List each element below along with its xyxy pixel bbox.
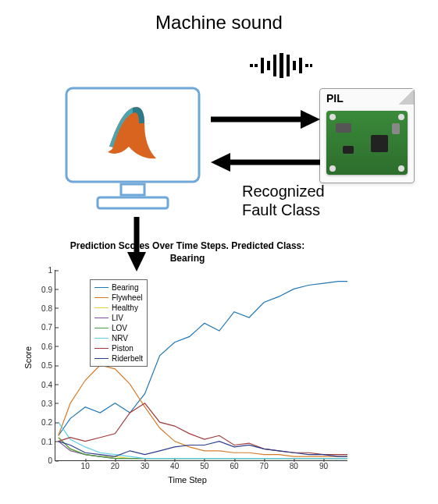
pcb-icon xyxy=(326,111,408,175)
legend-item: Flywheel xyxy=(94,293,143,303)
headline: Machine sound xyxy=(8,12,430,34)
y-tick: 0.3 xyxy=(41,399,55,407)
legend-swatch xyxy=(94,338,109,339)
svg-rect-10 xyxy=(310,64,312,67)
fault-line1: Recognized xyxy=(242,183,325,200)
legend-label: Bearing xyxy=(112,282,138,293)
svg-marker-17 xyxy=(211,153,230,172)
y-axis-label: Score xyxy=(23,346,33,369)
svg-rect-5 xyxy=(280,53,283,78)
prediction-chart: Prediction Scores Over Time Steps. Predi… xyxy=(23,240,351,484)
arrow-left-icon xyxy=(211,151,320,177)
y-tick: 0.1 xyxy=(41,437,55,445)
legend-swatch xyxy=(94,297,109,298)
svg-rect-3 xyxy=(267,61,270,70)
legend-item: Bearing xyxy=(94,282,143,293)
legend-swatch xyxy=(94,348,109,349)
pil-file-icon: PIL xyxy=(319,88,415,183)
svg-rect-12 xyxy=(121,184,144,195)
series-flywheel xyxy=(59,365,347,456)
y-tick: 1 xyxy=(48,266,55,275)
legend-item: LIV xyxy=(94,313,143,323)
x-tick: 30 xyxy=(141,460,149,470)
svg-rect-2 xyxy=(261,58,264,73)
plot-area: BearingFlywheelHealthyLIVLOVNRVPistonRid… xyxy=(55,270,347,461)
chart-legend: BearingFlywheelHealthyLIVLOVNRVPistonRid… xyxy=(90,279,148,367)
pil-label: PIL xyxy=(326,92,344,105)
svg-marker-15 xyxy=(301,110,320,129)
svg-rect-13 xyxy=(98,197,168,208)
legend-item: Riderbelt xyxy=(94,353,143,364)
series-liv xyxy=(59,442,347,459)
fault-class-label: Recognized Fault Class xyxy=(242,182,325,219)
legend-swatch xyxy=(94,358,109,359)
legend-label: Piston xyxy=(112,343,134,353)
series-piston xyxy=(59,403,347,455)
legend-item: Healthy xyxy=(94,303,143,313)
y-tick: 0.9 xyxy=(41,285,55,293)
x-tick: 80 xyxy=(290,460,298,470)
series-riderbelt xyxy=(59,442,347,457)
y-tick: 0.8 xyxy=(41,303,55,312)
svg-rect-8 xyxy=(299,58,302,73)
legend-label: Flywheel xyxy=(112,293,142,303)
x-tick: 60 xyxy=(230,460,238,470)
x-tick: 90 xyxy=(319,460,328,470)
legend-label: LIV xyxy=(112,313,123,323)
fault-line2: Fault Class xyxy=(242,201,320,218)
x-axis-label: Time Step xyxy=(168,475,207,484)
x-tick: 10 xyxy=(81,460,90,470)
svg-rect-0 xyxy=(250,64,253,67)
y-tick: 0.7 xyxy=(41,323,55,332)
svg-rect-1 xyxy=(255,64,258,67)
legend-label: NRV xyxy=(112,333,128,343)
legend-swatch xyxy=(94,328,109,328)
svg-rect-9 xyxy=(305,64,308,67)
legend-item: LOV xyxy=(94,323,143,333)
legend-label: Riderbelt xyxy=(112,353,143,364)
legend-label: LOV xyxy=(112,323,127,333)
audio-icon xyxy=(250,53,312,86)
x-tick: 40 xyxy=(170,460,179,470)
y-tick: 0.6 xyxy=(41,342,55,350)
y-tick: 0 xyxy=(48,456,55,465)
flow-diagram: PIL Recognized Fault Class xyxy=(8,45,430,232)
svg-rect-4 xyxy=(273,55,276,76)
y-tick: 0.4 xyxy=(41,380,55,389)
x-tick: 50 xyxy=(200,460,208,470)
legend-item: NRV xyxy=(94,333,143,343)
svg-rect-7 xyxy=(293,61,296,70)
y-tick: 0.5 xyxy=(41,361,55,370)
svg-rect-6 xyxy=(287,55,290,76)
x-tick: 70 xyxy=(260,460,269,470)
chart-title: Prediction Scores Over Time Steps. Predi… xyxy=(23,240,351,264)
legend-swatch xyxy=(94,318,109,318)
legend-label: Healthy xyxy=(112,303,138,313)
monitor-icon xyxy=(62,84,211,220)
x-tick: 20 xyxy=(111,460,119,470)
legend-swatch xyxy=(94,287,109,288)
y-tick: 0.2 xyxy=(41,418,55,427)
arrow-right-icon xyxy=(211,108,320,134)
legend-item: Piston xyxy=(94,343,143,353)
legend-swatch xyxy=(94,307,109,308)
